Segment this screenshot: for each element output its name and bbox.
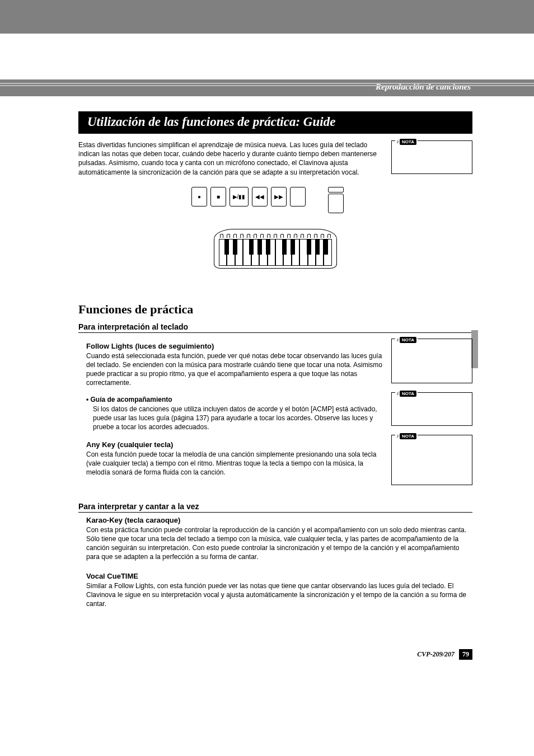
stop-button-icon: ■ <box>210 187 226 206</box>
note-icon: ♪ <box>396 433 399 439</box>
indicator-icon <box>328 187 344 192</box>
nota-box: ♪NOTA <box>391 339 472 383</box>
top-margin <box>0 0 534 34</box>
page-title: Utilización de las funciones de práctica… <box>78 111 472 134</box>
vocal-cuetime-body: Similar a Follow Lights, con esta funció… <box>86 581 472 609</box>
any-key-title: Any Key (cualquier tecla) <box>86 440 385 449</box>
footer: CVP-209/207 79 <box>417 649 472 660</box>
page-number: 79 <box>459 649 472 660</box>
nota-label: ♪NOTA <box>395 388 418 397</box>
nota-box: ♪NOTA <box>391 392 472 426</box>
note-icon: ♪ <box>396 336 399 342</box>
intro-row: Estas divertidas funciones simplifican e… <box>78 140 472 177</box>
practice-heading: Funciones de práctica <box>78 302 472 317</box>
forward-button-icon: ▶▶ <box>271 187 287 206</box>
blank-button-icon <box>328 194 344 213</box>
intro-text: Estas divertidas funciones simplifican e… <box>78 140 391 177</box>
play-pause-button-icon: ▶/▮▮ <box>229 187 249 206</box>
karao-key-title: Karao-Key (tecla caraoque) <box>86 516 472 524</box>
section-label: Reproducción de canciones <box>376 82 471 92</box>
nota-label: ♪NOTA <box>395 431 418 439</box>
accomp-guide-title: • Guía de acompañamiento <box>86 396 385 403</box>
vocal-cuetime-title: Vocal CueTIME <box>86 572 472 580</box>
accomp-guide-body: Si los datos de canciones que utiliza in… <box>93 405 385 432</box>
note-icon: ♪ <box>396 138 399 144</box>
sing-subheading: Para interpretar y cantar a la vez <box>78 502 472 513</box>
note-icon: ♪ <box>396 390 399 396</box>
nota-box: ♪NOTA <box>391 435 472 485</box>
page: Reproducción de canciones Utilización de… <box>0 0 534 756</box>
nota-label: ♪NOTA <box>395 137 418 145</box>
follow-lights-row: Follow Lights (luces de seguimiento) Cua… <box>78 339 472 485</box>
section-header-bar: Reproducción de canciones <box>0 79 534 96</box>
keyboard-diagram <box>214 229 337 269</box>
model-label: CVP-209/207 <box>417 650 455 659</box>
transport-diagram: ● ■ ▶/▮▮ ◀◀ ▶▶ <box>78 187 472 269</box>
rec-button-icon: ● <box>191 187 207 206</box>
any-key-body: Con esta función puede tocar la melodía … <box>86 450 385 477</box>
blank-button-icon <box>290 187 306 206</box>
follow-lights-title: Follow Lights (luces de seguimiento) <box>86 342 385 350</box>
rewind-button-icon: ◀◀ <box>252 187 268 206</box>
nota-box: ♪NOTA <box>391 140 472 174</box>
nota-label: ♪NOTA <box>395 335 418 343</box>
karao-key-body: Con esta práctica función puede controla… <box>86 525 472 562</box>
spacer <box>0 34 534 79</box>
keyboard-subheading: Para interpretación al teclado <box>78 322 472 333</box>
content-area: Utilización de las funciones de práctica… <box>0 111 534 608</box>
follow-lights-body: Cuando está seleccionada esta función, p… <box>86 351 385 388</box>
